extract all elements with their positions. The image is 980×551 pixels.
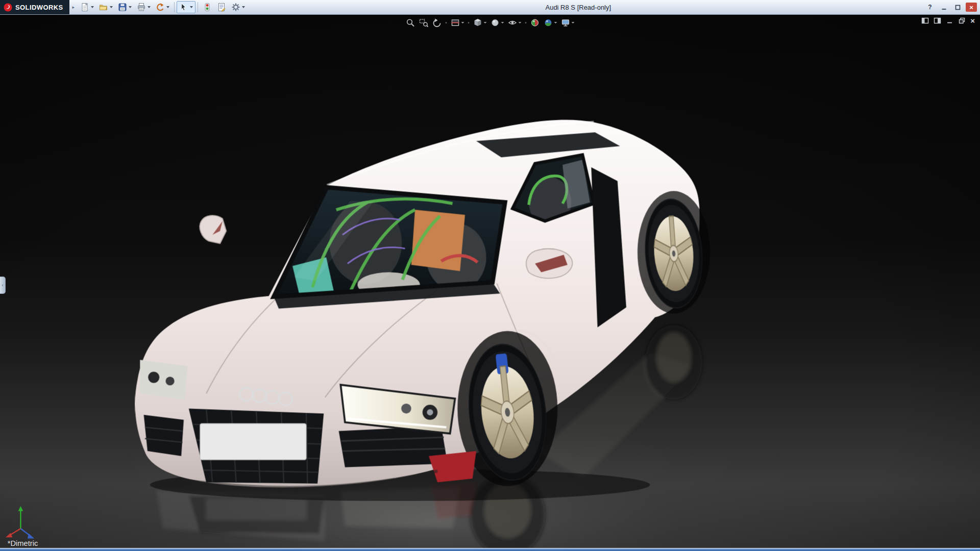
undo-button[interactable] — [153, 1, 172, 13]
dassault-3ds-icon — [4, 3, 12, 12]
view-orientation-button[interactable] — [473, 17, 487, 28]
document-window-controls: × — [921, 17, 975, 24]
window-title: Audi R8 S [Read-only] — [545, 0, 611, 15]
file-properties-icon — [217, 3, 226, 12]
hud-separator — [468, 22, 470, 23]
show-pane-left-button[interactable] — [921, 17, 929, 24]
help-button[interactable]: ? — [924, 3, 936, 12]
select-button[interactable] — [177, 1, 195, 13]
view-orientation-dropdown-arrow[interactable] — [484, 22, 487, 23]
toolbar-overflow-chevron[interactable]: ▸ — [72, 5, 75, 10]
view-orientation-label: *Dimetric — [8, 539, 38, 547]
apply-scene-icon — [544, 18, 553, 28]
app-logo: SOLIDWORKS — [0, 0, 69, 14]
hide-show-eye-icon — [508, 18, 518, 28]
previous-view-button[interactable] — [432, 17, 443, 28]
options-button[interactable] — [229, 1, 248, 13]
brand-text: SOLIDWORKS — [15, 4, 63, 11]
feature-manager-collapsed-tab[interactable]: ‹ — [0, 277, 6, 294]
section-view-dropdown-arrow[interactable] — [461, 22, 464, 23]
graphics-viewport[interactable]: *Dimetric — [0, 15, 980, 548]
rebuild-icon — [203, 3, 212, 12]
view-orientation-cube-icon — [473, 18, 483, 28]
minimize-icon — [941, 5, 947, 10]
file-properties-button[interactable] — [214, 1, 229, 13]
edit-appearance-button[interactable] — [530, 17, 541, 28]
view-settings-dropdown-arrow[interactable] — [572, 22, 575, 23]
zoom-to-fit-icon — [406, 18, 415, 28]
status-strip — [0, 548, 980, 551]
view-settings-icon — [561, 18, 571, 28]
print-button[interactable] — [134, 1, 153, 13]
zoom-to-fit-button[interactable] — [405, 17, 416, 28]
maximize-button[interactable] — [952, 3, 963, 12]
hide-show-items-button[interactable] — [507, 17, 522, 28]
previous-view-icon — [432, 18, 442, 28]
select-dropdown-arrow[interactable] — [190, 6, 193, 8]
section-view-icon — [451, 18, 460, 28]
open-button[interactable] — [96, 1, 115, 13]
open-folder-icon — [99, 3, 108, 12]
undo-icon — [156, 3, 165, 12]
license-plate — [200, 423, 306, 460]
restore-icon — [958, 17, 966, 24]
maximize-icon — [955, 5, 961, 10]
new-dropdown-arrow[interactable] — [91, 6, 94, 8]
heads-up-view-toolbar — [405, 17, 575, 28]
new-button[interactable] — [78, 1, 96, 13]
left-headlight-projector — [148, 372, 159, 383]
document-close-button[interactable]: × — [970, 17, 975, 24]
save-dropdown-arrow[interactable] — [129, 6, 132, 8]
right-mirror — [526, 249, 572, 279]
window-controls: ? × — [924, 3, 980, 12]
apply-scene-button[interactable] — [543, 17, 558, 28]
view-settings-button[interactable] — [560, 17, 575, 28]
zoom-to-area-icon — [419, 18, 429, 28]
hide-show-dropdown-arrow[interactable] — [519, 22, 522, 23]
close-button[interactable]: × — [966, 3, 977, 12]
apply-scene-dropdown-arrow[interactable] — [554, 22, 557, 23]
toolbar-separator — [174, 2, 175, 12]
section-view-button[interactable] — [450, 17, 465, 28]
main-toolbar — [77, 0, 248, 14]
save-button[interactable] — [115, 1, 134, 13]
left-air-intake — [144, 415, 184, 456]
minimize-icon — [946, 17, 953, 24]
new-document-icon — [80, 3, 89, 12]
hud-separator — [446, 22, 447, 23]
model-viewport-canvas[interactable]: *Dimetric — [0, 15, 980, 548]
display-style-icon — [491, 18, 500, 28]
print-dropdown-arrow[interactable] — [148, 6, 151, 8]
edit-appearance-ball-icon — [530, 18, 540, 28]
pane-right-icon — [934, 17, 941, 24]
document-restore-button[interactable] — [958, 17, 966, 24]
document-minimize-button[interactable] — [946, 17, 953, 24]
show-pane-right-button[interactable] — [934, 17, 941, 24]
titlebar: SOLIDWORKS ▸ — [0, 0, 980, 15]
print-icon — [137, 3, 146, 12]
open-dropdown-arrow[interactable] — [110, 6, 113, 8]
toolbar-separator — [198, 2, 198, 12]
select-cursor-icon — [179, 3, 188, 12]
display-style-button[interactable] — [490, 17, 505, 28]
hud-separator — [525, 22, 527, 23]
undo-dropdown-arrow[interactable] — [166, 6, 169, 8]
rebuild-button[interactable] — [200, 1, 214, 13]
options-gear-icon — [231, 3, 240, 12]
display-style-dropdown-arrow[interactable] — [501, 22, 504, 23]
left-headlight — [140, 360, 187, 399]
save-icon — [118, 3, 127, 12]
minimize-button[interactable] — [938, 3, 949, 12]
zoom-to-area-button[interactable] — [419, 17, 429, 28]
options-dropdown-arrow[interactable] — [242, 6, 245, 8]
pane-left-icon — [921, 17, 929, 24]
